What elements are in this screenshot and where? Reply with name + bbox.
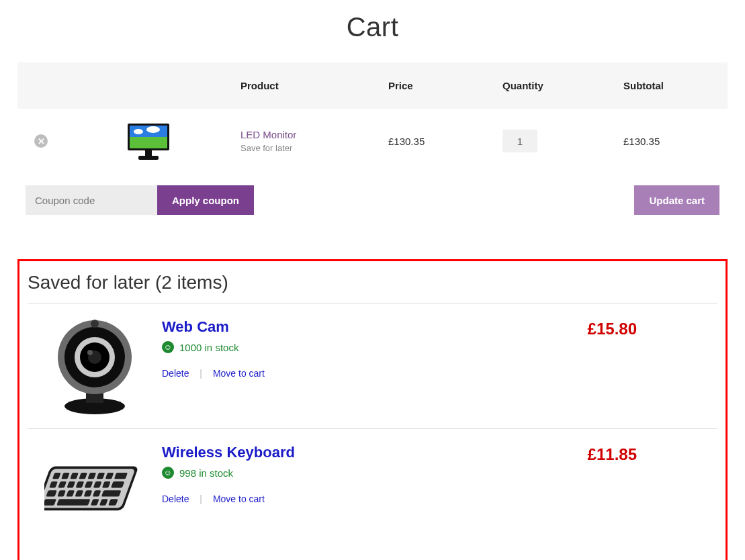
saved-for-later-section: Saved for later (2 items) — [17, 259, 728, 560]
save-for-later-link[interactable]: Save for later — [240, 143, 372, 153]
move-to-cart-link[interactable]: Move to cart — [213, 368, 265, 379]
col-header-quantity: Quantity — [494, 62, 615, 109]
keyboard-icon — [44, 451, 145, 532]
saved-item-price: £15.80 — [588, 316, 717, 338]
webcam-icon — [44, 316, 145, 416]
apply-coupon-button[interactable]: Apply coupon — [157, 185, 254, 215]
action-separator: | — [200, 494, 202, 504]
cart-actions-row: Apply coupon Update cart — [17, 173, 728, 227]
smile-icon: ☺ — [162, 467, 174, 479]
saved-item: Wireless Keyboard ☺ 998 in stock Delete … — [28, 428, 717, 554]
svg-point-15 — [91, 320, 99, 328]
stock-status: ☺ 1000 in stock — [162, 341, 588, 353]
product-name-link[interactable]: LED Monitor — [240, 129, 296, 140]
svg-point-14 — [87, 350, 93, 355]
saved-title: Saved for later (2 items) — [28, 272, 717, 293]
svg-rect-2 — [130, 137, 167, 148]
svg-rect-6 — [138, 156, 159, 160]
delete-saved-link[interactable]: Delete — [162, 494, 189, 504]
update-cart-button[interactable]: Update cart — [634, 185, 719, 215]
monitor-icon — [125, 122, 172, 161]
delete-saved-link[interactable]: Delete — [162, 368, 189, 379]
col-header-price: Price — [380, 62, 494, 109]
product-thumbnail[interactable] — [122, 121, 175, 161]
svg-rect-42 — [56, 499, 90, 505]
coupon-code-input[interactable] — [26, 185, 157, 215]
saved-item-name[interactable]: Wireless Keyboard — [162, 444, 588, 461]
stock-text: 1000 in stock — [179, 342, 238, 353]
svg-rect-40 — [101, 490, 122, 496]
saved-item-name[interactable]: Web Cam — [162, 318, 588, 336]
svg-point-3 — [134, 129, 143, 134]
stock-status: ☺ 998 in stock — [162, 467, 588, 479]
svg-rect-33 — [111, 481, 124, 487]
remove-item-button[interactable]: ✕ — [34, 134, 48, 148]
svg-point-4 — [146, 126, 160, 133]
cart-price: £130.35 — [380, 109, 494, 173]
svg-rect-5 — [145, 150, 152, 156]
close-icon: ✕ — [38, 136, 45, 146]
col-header-remove — [17, 62, 64, 109]
saved-item-price: £11.85 — [588, 441, 717, 464]
col-header-subtotal: Subtotal — [615, 62, 728, 109]
smile-icon: ☺ — [162, 341, 174, 353]
svg-rect-25 — [114, 473, 128, 479]
col-header-thumb — [64, 62, 232, 109]
saved-thumbnail[interactable] — [28, 441, 162, 542]
cart-table: Product Price Quantity Subtotal ✕ — [17, 62, 728, 227]
col-header-product: Product — [232, 62, 380, 109]
cart-subtotal: £130.35 — [615, 109, 728, 173]
page-title: Cart — [17, 12, 728, 42]
quantity-input[interactable] — [502, 130, 537, 152]
stock-text: 998 in stock — [179, 467, 233, 479]
move-to-cart-link[interactable]: Move to cart — [213, 494, 265, 504]
action-separator: | — [200, 368, 202, 379]
saved-thumbnail[interactable] — [28, 316, 162, 416]
saved-item: Web Cam ☺ 1000 in stock Delete | Move to… — [28, 303, 717, 428]
cart-row: ✕ — [17, 109, 728, 173]
